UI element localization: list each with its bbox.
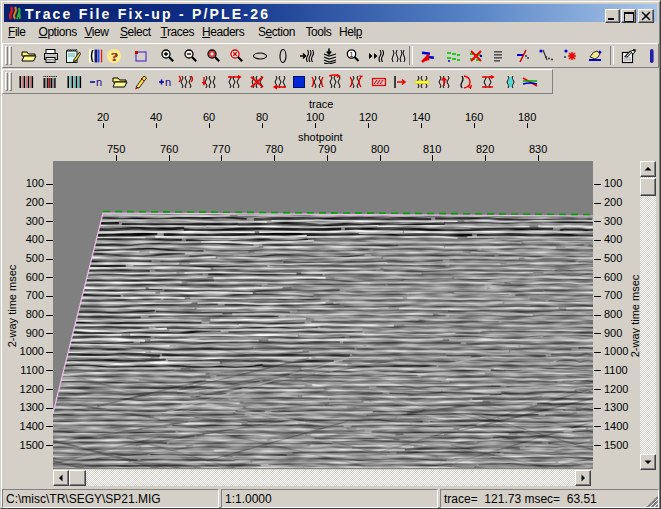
- svg-text:n: n: [165, 76, 171, 88]
- svg-text:n: n: [96, 76, 102, 88]
- svg-text:?: ?: [111, 49, 118, 64]
- svg-text:1: 1: [350, 51, 354, 58]
